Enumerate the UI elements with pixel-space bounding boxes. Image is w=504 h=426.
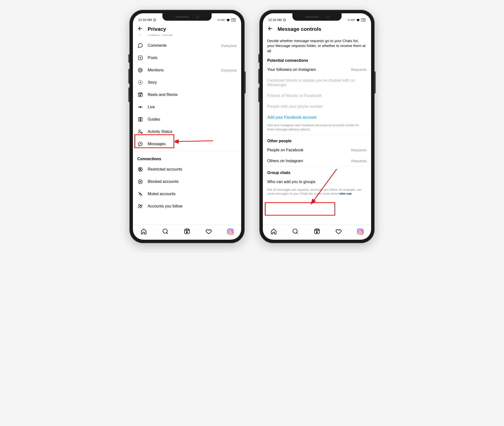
nav-reels[interactable] [184, 228, 190, 236]
back-button[interactable] [137, 26, 143, 32]
row-who-can-add[interactable]: Who can add you to groups [263, 176, 371, 187]
svg-point-21 [293, 229, 297, 233]
phone-right: 12:10 AM Vo WiFi 79 Message controls Dec… [259, 10, 375, 243]
activity-icon [137, 129, 143, 135]
back-button[interactable] [267, 26, 273, 32]
svg-point-2 [139, 69, 141, 71]
row-label: Comments [148, 43, 217, 48]
row-label: People on Facebook [267, 148, 303, 152]
row-hidden-words[interactable]: ● Hidden Words [137, 35, 237, 36]
row-label: Muted accounts [148, 192, 237, 196]
row-label: Live [148, 105, 237, 109]
nav-reels[interactable] [314, 228, 320, 236]
row-label: People with your phone number [267, 104, 323, 109]
bottom-nav [133, 225, 241, 240]
status-net: Vo WiFi [218, 19, 225, 21]
row-story[interactable]: Story [133, 76, 241, 89]
row-label: Others on Instagram [267, 159, 303, 163]
row-messages[interactable]: Messages [133, 138, 241, 150]
link-who-can[interactable]: who can [339, 192, 352, 195]
status-time: 12:10 AM [138, 18, 152, 22]
row-label: Friends of friends on Facebook [267, 94, 322, 98]
messenger-icon [137, 141, 143, 147]
row-others-on-instagram[interactable]: Others on Instagram Requests [263, 156, 371, 166]
status-time: 12:10 AM [268, 18, 282, 22]
row-followers[interactable]: Your followers on Instagram Requests [263, 64, 371, 75]
row-value: Everyone [221, 68, 237, 72]
row-live[interactable]: Live [133, 101, 241, 113]
row-blocked[interactable]: Blocked accounts [133, 175, 241, 188]
svg-point-5 [140, 107, 141, 108]
section-connections: Connections [133, 152, 241, 163]
nav-profile[interactable] [357, 229, 363, 235]
svg-point-6 [139, 130, 141, 132]
status-battery: 79 [361, 18, 366, 22]
svg-rect-4 [138, 93, 142, 97]
link-add-facebook[interactable]: Add your Facebook account [263, 112, 371, 123]
row-following[interactable]: Accounts you follow [133, 200, 241, 212]
message-controls-content: Decide whether message requests go to yo… [263, 35, 371, 225]
row-people-on-facebook[interactable]: People on Facebook Requests [263, 145, 371, 156]
notch [292, 13, 342, 21]
row-label: Blocked accounts [148, 179, 237, 184]
row-posts[interactable]: Posts [133, 52, 241, 64]
status-battery: 79 [231, 18, 236, 22]
section-other-people: Other people [263, 135, 371, 145]
row-restricted[interactable]: Restricted accounts [133, 163, 241, 175]
svg-point-12 [141, 205, 142, 206]
at-icon [137, 67, 143, 73]
svg-point-25 [361, 230, 362, 231]
nav-search[interactable] [162, 228, 169, 236]
nav-activity[interactable] [205, 228, 212, 236]
row-label: Accounts you follow [148, 204, 237, 208]
footer-note: Not all messages are requests: accounts … [263, 187, 371, 199]
highlight-who-can-add [265, 202, 335, 216]
row-phone-number: People with your phone number [263, 101, 371, 112]
note-accounts-center: Add your Instagram and Facebook accounts… [263, 123, 371, 135]
nav-search[interactable] [292, 228, 299, 236]
row-label: Story [148, 80, 237, 85]
reels-icon [137, 92, 143, 98]
nav-home[interactable] [270, 228, 277, 236]
section-potential-connections: Potential connections [263, 54, 371, 64]
page-title: Message controls [278, 26, 321, 32]
comment-icon [137, 43, 143, 48]
row-guides[interactable]: Guides [133, 113, 241, 126]
blocked-icon [137, 179, 143, 185]
row-label: Reels and Remix [148, 93, 237, 97]
svg-point-17 [229, 231, 231, 233]
row-label: Messages [148, 142, 237, 146]
guides-icon [137, 116, 143, 122]
status-net: Vo WiFi [347, 19, 355, 21]
row-label: Who can add you to groups [267, 180, 315, 184]
notch [162, 13, 212, 21]
row-label: Activity Status [148, 129, 237, 134]
row-label: Facebook friends or people you've chatte… [267, 78, 357, 87]
svg-rect-15 [185, 229, 189, 234]
live-icon [137, 104, 143, 110]
row-activity-status[interactable]: Activity Status [133, 126, 241, 138]
svg-point-11 [139, 205, 140, 206]
nav-activity[interactable] [335, 228, 342, 236]
app-header: Message controls [263, 22, 371, 35]
story-icon [137, 79, 143, 85]
row-muted[interactable]: Muted accounts [133, 188, 241, 200]
row-comments[interactable]: Comments Everyone [133, 39, 241, 52]
row-reels[interactable]: Reels and Remix [133, 89, 241, 101]
row-label: Posts [148, 56, 237, 60]
section-group-chats: Group chats [263, 167, 371, 176]
svg-point-24 [359, 231, 361, 233]
row-label: Your followers on Instagram [267, 67, 316, 72]
row-mentions[interactable]: Mentions Everyone [133, 64, 241, 76]
row-friends-of-friends: Friends of friends on Facebook [263, 90, 371, 101]
row-label: Hidden Words [148, 35, 173, 36]
plus-square-icon [137, 55, 143, 61]
app-header: Privacy [133, 22, 241, 35]
nav-profile[interactable] [227, 229, 234, 235]
page-title: Privacy [148, 26, 166, 32]
row-value: Everyone [221, 44, 237, 48]
row-label: Guides [148, 117, 237, 122]
nav-home[interactable] [141, 228, 147, 236]
muted-icon [137, 191, 143, 197]
description-text: Decide whether message requests go to yo… [263, 35, 371, 54]
